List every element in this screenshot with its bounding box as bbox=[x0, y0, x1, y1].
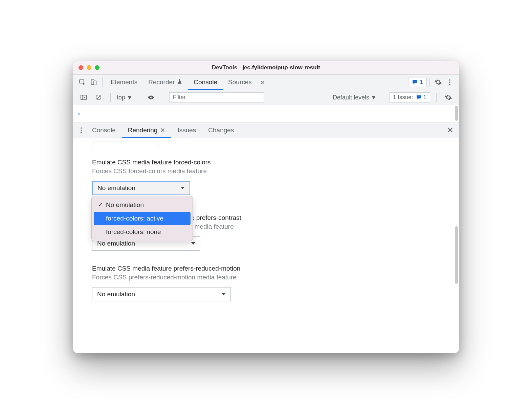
issues-chip-count: 1 bbox=[420, 79, 423, 86]
scrollbar-thumb[interactable] bbox=[455, 226, 458, 284]
chevron-down-icon bbox=[191, 242, 195, 245]
divider bbox=[110, 93, 111, 102]
show-sidebar-icon[interactable] bbox=[78, 92, 89, 103]
forced-colors-section: Emulate CSS media feature forced-colors … bbox=[92, 159, 440, 195]
chevron-down-icon bbox=[181, 187, 185, 189]
prefers-reduced-motion-title: Emulate CSS media feature prefers-reduce… bbox=[92, 265, 440, 272]
gear-icon bbox=[445, 94, 452, 101]
gear-icon bbox=[435, 78, 442, 86]
close-window-button[interactable] bbox=[79, 65, 83, 70]
divider bbox=[102, 77, 103, 87]
option-label: forced-colors: none bbox=[106, 228, 161, 236]
kebab-icon bbox=[446, 78, 453, 86]
drawer-tab-changes[interactable]: Changes bbox=[202, 122, 240, 138]
option-forced-colors-none[interactable]: forced-colors: none bbox=[94, 225, 191, 239]
devtools-window: DevTools - jec.fyi/demo/pup-slow-result … bbox=[73, 61, 459, 353]
divider bbox=[383, 93, 383, 102]
log-levels-selector[interactable]: Default levels ▼ bbox=[333, 94, 377, 101]
window-title: DevTools - jec.fyi/demo/pup-slow-result bbox=[73, 64, 459, 71]
console-settings-button[interactable] bbox=[443, 94, 454, 101]
clear-console-icon[interactable] bbox=[93, 92, 104, 103]
svg-point-5 bbox=[449, 84, 450, 85]
option-no-emulation[interactable]: ✓ No emulation bbox=[94, 198, 191, 212]
message-icon bbox=[416, 94, 422, 100]
prefers-reduced-motion-section: Emulate CSS media feature prefers-reduce… bbox=[92, 265, 440, 301]
prefers-reduced-motion-select[interactable]: No emulation bbox=[92, 287, 231, 301]
close-drawer-button[interactable]: ✕ bbox=[445, 125, 456, 135]
divider bbox=[436, 93, 437, 102]
prefers-reduced-motion-subtitle: Forces CSS prefers-reduced-motion media … bbox=[92, 274, 440, 281]
filter-input[interactable] bbox=[169, 92, 264, 102]
chevron-down-icon bbox=[222, 293, 226, 295]
forced-colors-dropdown: ✓ No emulation forced-colors: active for… bbox=[91, 196, 193, 241]
partial-select-above[interactable] bbox=[92, 141, 158, 147]
drawer-tab-issues[interactable]: Issues bbox=[171, 122, 202, 138]
console-toolbar: top ▼ Default levels ▼ 1 Issue: 1 bbox=[73, 90, 459, 105]
svg-point-10 bbox=[81, 128, 82, 129]
console-prompt-row[interactable]: › bbox=[73, 105, 459, 123]
forced-colors-subtitle: Forces CSS forced-colors media feature bbox=[92, 167, 440, 175]
prefers-reduced-motion-select-value: No emulation bbox=[97, 291, 135, 298]
divider bbox=[163, 93, 163, 102]
tab-recorder-label: Recorder bbox=[148, 78, 175, 86]
drawer-tabbar: Console Rendering ✕ Issues Changes ✕ bbox=[73, 123, 459, 138]
rendering-pane: Emulate CSS media feature forced-colors … bbox=[73, 138, 459, 353]
main-toolbar: Elements Recorder Console Sources » 1 bbox=[73, 75, 459, 90]
tab-recorder[interactable]: Recorder bbox=[143, 74, 188, 90]
forced-colors-title: Emulate CSS media feature forced-colors bbox=[92, 159, 440, 166]
option-label: No emulation bbox=[106, 201, 144, 209]
svg-point-4 bbox=[449, 82, 450, 83]
forced-colors-select[interactable]: No emulation bbox=[92, 181, 190, 195]
tab-sources[interactable]: Sources bbox=[223, 74, 257, 90]
context-selector[interactable]: top ▼ bbox=[117, 94, 133, 101]
flask-icon bbox=[177, 78, 183, 86]
live-expression-icon[interactable] bbox=[145, 92, 157, 103]
drawer-more-button[interactable] bbox=[76, 127, 86, 134]
kebab-icon bbox=[77, 127, 85, 134]
issues-counter-label: 1 Issue: bbox=[393, 94, 413, 101]
svg-point-9 bbox=[150, 97, 152, 98]
drawer-tab-rendering-label: Rendering bbox=[128, 127, 158, 134]
issues-counter-count: 1 bbox=[423, 94, 426, 101]
tab-console[interactable]: Console bbox=[188, 74, 223, 90]
divider bbox=[139, 93, 139, 102]
svg-rect-0 bbox=[80, 80, 84, 83]
settings-button[interactable] bbox=[433, 78, 444, 86]
svg-rect-2 bbox=[94, 81, 96, 85]
zoom-window-button[interactable] bbox=[95, 65, 99, 70]
prompt-chevron-icon: › bbox=[78, 110, 80, 117]
divider bbox=[429, 77, 430, 87]
option-forced-colors-active[interactable]: forced-colors: active bbox=[94, 212, 191, 225]
chevron-down-icon: ▼ bbox=[371, 94, 377, 101]
check-icon: ✓ bbox=[98, 201, 103, 209]
issues-chip[interactable]: 1 bbox=[408, 77, 427, 87]
titlebar: DevTools - jec.fyi/demo/pup-slow-result bbox=[73, 61, 459, 75]
tab-elements[interactable]: Elements bbox=[105, 74, 143, 90]
more-options-button[interactable] bbox=[444, 78, 456, 86]
forced-colors-select-value: No emulation bbox=[97, 184, 135, 192]
device-toolbar-icon[interactable] bbox=[88, 76, 99, 88]
minimize-window-button[interactable] bbox=[87, 65, 91, 70]
drawer-tab-console[interactable]: Console bbox=[86, 122, 122, 138]
svg-point-11 bbox=[81, 130, 82, 131]
message-icon bbox=[412, 79, 418, 85]
drawer-tab-rendering[interactable]: Rendering ✕ bbox=[122, 122, 172, 138]
more-tabs-button[interactable]: » bbox=[257, 78, 268, 87]
issues-counter[interactable]: 1 Issue: 1 bbox=[389, 92, 430, 102]
chevron-down-icon: ▼ bbox=[127, 94, 133, 101]
option-label: forced-colors: active bbox=[106, 215, 163, 222]
close-tab-icon[interactable]: ✕ bbox=[160, 127, 165, 134]
svg-point-12 bbox=[81, 132, 82, 133]
inspect-element-icon[interactable] bbox=[76, 76, 88, 88]
log-levels-label: Default levels bbox=[333, 94, 369, 101]
svg-point-3 bbox=[449, 79, 450, 81]
scrollbar-thumb[interactable] bbox=[455, 106, 458, 121]
context-label: top bbox=[117, 94, 125, 101]
traffic-lights bbox=[79, 65, 99, 70]
